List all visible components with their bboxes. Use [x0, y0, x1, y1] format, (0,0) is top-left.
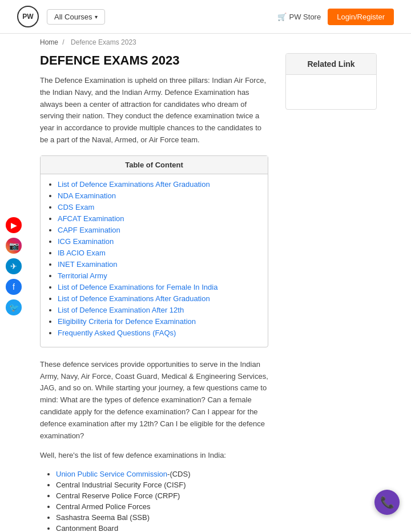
content-area: DEFENCE EXAMS 2023 The Defence Examinati…	[40, 51, 268, 532]
facebook-icon[interactable]: f	[6, 279, 22, 295]
toc-item-link[interactable]: CAPF Examination	[58, 226, 120, 234]
toc-list: List of Defence Examinations After Gradu…	[41, 174, 268, 347]
intro-text: The Defence Examination is upheld on thr…	[40, 75, 268, 146]
list-item: Sashastra Seema Bal (SSB)	[56, 513, 268, 522]
toc-item: Territorial Army	[58, 271, 256, 280]
list-item: Central Armed Police Forces	[56, 502, 268, 511]
toc-item: CDS Exam	[58, 203, 256, 211]
toc-item-link[interactable]: List of Defence Examinations After Gradu…	[58, 294, 210, 303]
breadcrumb-current: Defence Exams 2023	[71, 38, 136, 46]
phone-icon: 📞	[380, 495, 394, 509]
breadcrumb-separator: /	[62, 38, 64, 46]
page-title: DEFENCE EXAMS 2023	[40, 53, 268, 68]
phone-fab[interactable]: 📞	[374, 490, 400, 515]
toc-item-link[interactable]: Frequently Asked Questions (FAQs)	[58, 329, 176, 337]
all-courses-label: All Courses	[54, 13, 92, 21]
pw-store-button[interactable]: 🛒 PW Store	[277, 13, 321, 21]
defence-list: Union Public Service Commission-(CDS)Cen…	[40, 470, 268, 532]
header: PW All Courses ▾ 🛒 PW Store Login/Regist…	[0, 0, 411, 34]
main-layout: DEFENCE EXAMS 2023 The Defence Examinati…	[0, 51, 411, 532]
instagram-icon[interactable]: 📷	[6, 238, 22, 254]
breadcrumb-home[interactable]: Home	[40, 38, 58, 46]
toc-item-link[interactable]: ICG Examination	[58, 237, 114, 246]
toc-item: INET Examination	[58, 260, 256, 269]
related-link-body	[286, 75, 376, 109]
toc-item: Frequently Asked Questions (FAQs)	[58, 329, 256, 337]
toc-item-link[interactable]: List of Defence Examinations After Gradu…	[58, 180, 210, 189]
toc-item-link[interactable]: AFCAT Examination	[58, 214, 124, 223]
login-register-button[interactable]: Login/Register	[328, 9, 394, 25]
youtube-icon[interactable]: ▶	[6, 217, 22, 233]
list-item: Union Public Service Commission-(CDS)	[56, 470, 268, 478]
header-right: 🛒 PW Store Login/Register	[277, 9, 394, 25]
all-courses-button[interactable]: All Courses ▾	[47, 9, 105, 25]
breadcrumb: Home / Defence Exams 2023	[0, 34, 411, 51]
toc-header: Table of Content	[41, 156, 268, 174]
toc-item-link[interactable]: List of Defence Examination After 12th	[58, 306, 184, 314]
toc-item: List of Defence Examination After 12th	[58, 306, 256, 314]
sidebar: Related Link	[285, 51, 377, 532]
cart-icon: 🛒	[277, 13, 287, 21]
toc-item: NDA Examination	[58, 191, 256, 200]
related-link-header: Related Link	[286, 54, 376, 75]
pw-store-label: PW Store	[289, 13, 321, 21]
toc-item: CAPF Examination	[58, 226, 256, 234]
telegram-icon[interactable]: ✈	[6, 258, 22, 274]
defence-list-link[interactable]: Union Public Service Commission	[56, 470, 167, 478]
toc-item-link[interactable]: CDS Exam	[58, 203, 94, 211]
list-item: Cantonment Board	[56, 524, 268, 532]
toc-item-link[interactable]: Territorial Army	[58, 271, 107, 280]
list-item: Central Reserve Police Force (CRPF)	[56, 491, 268, 500]
table-of-contents: Table of Content List of Defence Examina…	[40, 155, 268, 347]
toc-item: ICG Examination	[58, 237, 256, 246]
toc-item-link[interactable]: INET Examination	[58, 260, 118, 269]
toc-item: Eligibility Criteria for Defence Examina…	[58, 317, 256, 326]
logo: PW	[17, 6, 39, 27]
twitter-icon[interactable]: 🐦	[6, 299, 22, 315]
related-link-box: Related Link	[285, 53, 377, 110]
toc-item: List of Defence Examinations After Gradu…	[58, 294, 256, 303]
toc-item-link[interactable]: Eligibility Criteria for Defence Examina…	[58, 317, 196, 326]
header-left: PW All Courses ▾	[17, 6, 105, 27]
section1-text: These defence services provide opportuni…	[40, 359, 268, 442]
toc-item: List of Defence Examinations After Gradu…	[58, 180, 256, 189]
section2-intro: Well, here's the list of few defence exa…	[40, 450, 268, 462]
list-item: Central Industrial Security Force (CISF)	[56, 481, 268, 489]
toc-item-link[interactable]: NDA Examination	[58, 191, 116, 200]
toc-item: List of Defence Examinations for Female …	[58, 283, 256, 291]
chevron-down-icon: ▾	[95, 14, 98, 20]
toc-item-link[interactable]: IB ACIO Exam	[58, 249, 106, 257]
toc-item: IB ACIO Exam	[58, 249, 256, 257]
toc-item: AFCAT Examination	[58, 214, 256, 223]
social-sidebar: ▶ 📷 ✈ f 🐦	[6, 217, 22, 315]
toc-item-link[interactable]: List of Defence Examinations for Female …	[58, 283, 217, 291]
